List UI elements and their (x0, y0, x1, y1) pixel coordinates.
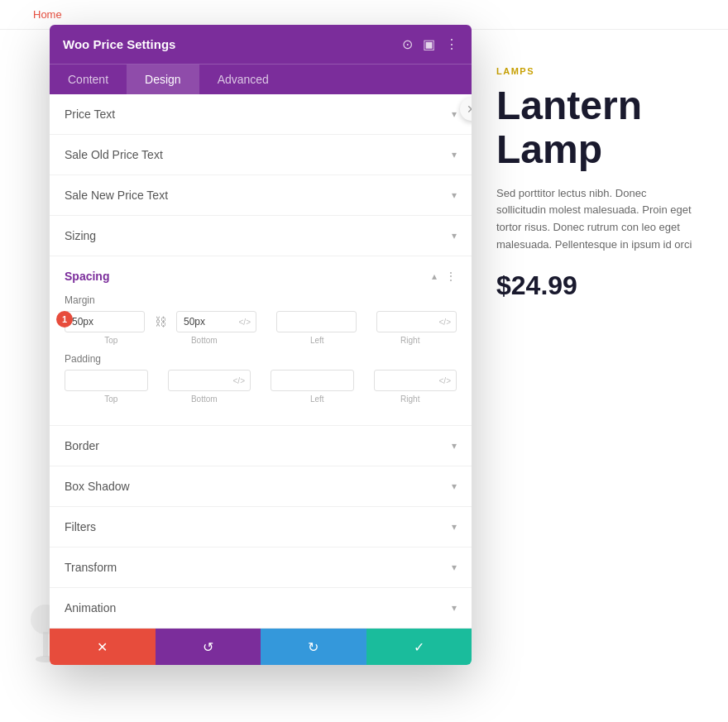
modal-title: Woo Price Settings (63, 37, 175, 51)
sale-old-chevron: ▾ (452, 149, 457, 160)
padding-bottom-code-icon[interactable]: </> (228, 371, 250, 390)
spacing-section: Spacing ▴ ⋮ Margin 1 ⛓ (50, 256, 472, 426)
padding-left-field[interactable] (271, 371, 353, 390)
border-chevron: ▾ (452, 440, 457, 452)
tab-bar: Content Design Advanced (50, 64, 472, 94)
product-category: LAMPS (496, 66, 695, 76)
box-shadow-chevron: ▾ (452, 481, 457, 492)
tab-design[interactable]: Design (127, 65, 199, 94)
animation-label: Animation (65, 601, 116, 614)
padding-top-label: Top (65, 394, 158, 404)
svg-rect-1 (43, 632, 48, 657)
padding-label: Padding (65, 353, 457, 365)
padding-left-input[interactable] (271, 370, 354, 391)
spacing-header: Spacing ▴ ⋮ (50, 256, 472, 291)
padding-input-row: </> </> (65, 370, 457, 391)
sale-new-chevron: ▾ (452, 189, 457, 201)
price-text-label: Price Text (65, 108, 115, 121)
spacing-content: Margin 1 ⛓ </> (50, 291, 472, 425)
animation-chevron: ▾ (452, 602, 457, 614)
undo-button[interactable]: ↺ (156, 629, 261, 665)
transform-label: Transform (65, 561, 117, 574)
margin-top-label: Top (65, 336, 158, 345)
sale-new-price-label: Sale New Price Text (65, 189, 168, 202)
spacing-title[interactable]: Spacing (65, 270, 109, 283)
columns-icon[interactable]: ▣ (423, 36, 435, 52)
padding-bottom-label: Bottom (158, 394, 251, 404)
save-button[interactable]: ✓ (366, 629, 472, 665)
padding-right-code-icon[interactable]: </> (434, 371, 456, 390)
padding-right-field[interactable] (375, 371, 434, 390)
margin-top-field[interactable] (65, 312, 144, 332)
margin-right-field[interactable] (377, 312, 434, 332)
margin-bottom-label: Bottom (158, 336, 251, 345)
margin-left-input[interactable] (276, 311, 357, 332)
more-icon[interactable]: ⋮ (445, 36, 458, 52)
section-border[interactable]: Border ▾ (50, 426, 472, 466)
filters-label: Filters (65, 520, 96, 533)
margin-right-label: Right (364, 336, 457, 345)
section-sale-old-price[interactable]: Sale Old Price Text ▾ (50, 135, 472, 175)
margin-bottom-input[interactable]: </> (176, 311, 256, 332)
section-animation[interactable]: Animation ▾ (50, 588, 472, 629)
padding-left-right-labels: Left Right (271, 394, 457, 404)
sizing-chevron: ▾ (452, 230, 457, 241)
padding-sub-labels: Top Bottom Left Right (65, 394, 457, 404)
redo-button[interactable]: ↻ (261, 629, 366, 665)
margin-right-input[interactable]: </> (376, 311, 457, 332)
margin-top-bottom-labels: Top Bottom (65, 336, 251, 345)
home-link[interactable]: Home (33, 8, 62, 21)
product-description: Sed porttitor lectus nibh. Donec sollici… (496, 185, 695, 254)
target-icon[interactable]: ⊙ (402, 36, 413, 52)
margin-sub-labels: Top Bottom Left Right (65, 336, 457, 345)
margin-bottom-code-icon[interactable]: </> (234, 312, 256, 332)
tab-advanced[interactable]: Advanced (199, 65, 287, 94)
margin-left-right-labels: Left Right (271, 336, 457, 345)
section-filters[interactable]: Filters ▾ (50, 507, 472, 547)
section-price-text[interactable]: Price Text ▾ (50, 94, 472, 135)
margin-link-icon[interactable]: ⛓ (151, 315, 170, 328)
box-shadow-label: Box Shadow (65, 480, 130, 493)
modal-header: Woo Price Settings ⊙ ▣ ⋮ (50, 25, 472, 64)
settings-modal: Woo Price Settings ⊙ ▣ ⋮ Content Design … (50, 25, 472, 665)
modal-content: Price Text ▾ Sale Old Price Text ▾ Sale … (50, 94, 472, 629)
product-price: $24.99 (496, 270, 695, 301)
margin-badge: 1 (56, 311, 73, 328)
padding-top-bottom-labels: Top Bottom (65, 394, 251, 404)
cancel-button[interactable]: ✕ (50, 629, 156, 665)
padding-bottom-input[interactable]: </> (168, 370, 251, 391)
padding-top-input[interactable] (65, 370, 148, 391)
border-label: Border (65, 439, 99, 452)
margin-left-field[interactable] (277, 312, 356, 332)
margin-label: Margin (65, 294, 457, 306)
sizing-label: Sizing (65, 229, 96, 242)
padding-right-label: Right (364, 394, 457, 404)
padding-bottom-field[interactable] (169, 371, 228, 390)
spacing-collapse-icon[interactable]: ▴ (432, 270, 437, 282)
margin-top-input[interactable] (65, 311, 145, 332)
margin-right-code-icon[interactable]: </> (434, 312, 456, 332)
section-sizing[interactable]: Sizing ▾ (50, 216, 472, 256)
margin-left-label: Left (271, 336, 364, 345)
transform-chevron: ▾ (452, 562, 457, 573)
tab-content[interactable]: Content (50, 65, 127, 94)
modal-header-icons: ⊙ ▣ ⋮ (402, 36, 458, 52)
margin-input-row: ⛓ </> </> (65, 311, 457, 332)
margin-bottom-field[interactable] (177, 312, 234, 332)
sale-old-price-label: Sale Old Price Text (65, 148, 163, 161)
product-area: LAMPS Lantern Lamp Sed porttitor lectus … (480, 50, 711, 318)
filters-chevron: ▾ (452, 521, 457, 533)
padding-right-input[interactable]: </> (374, 370, 457, 391)
padding-left-label: Left (271, 394, 364, 404)
spacing-header-icons: ▴ ⋮ (432, 270, 457, 283)
action-bar: ✕ ↺ ↻ ✓ (50, 629, 472, 665)
margin-row-wrapper: 1 ⛓ </> (65, 311, 457, 332)
price-text-chevron: ▾ (452, 108, 457, 120)
spacing-more-icon[interactable]: ⋮ (445, 270, 457, 283)
section-sale-new-price[interactable]: Sale New Price Text ▾ (50, 175, 472, 216)
padding-top-field[interactable] (65, 371, 147, 390)
product-title: Lantern Lamp (496, 84, 695, 172)
section-box-shadow[interactable]: Box Shadow ▾ (50, 466, 472, 507)
section-transform[interactable]: Transform ▾ (50, 547, 472, 588)
